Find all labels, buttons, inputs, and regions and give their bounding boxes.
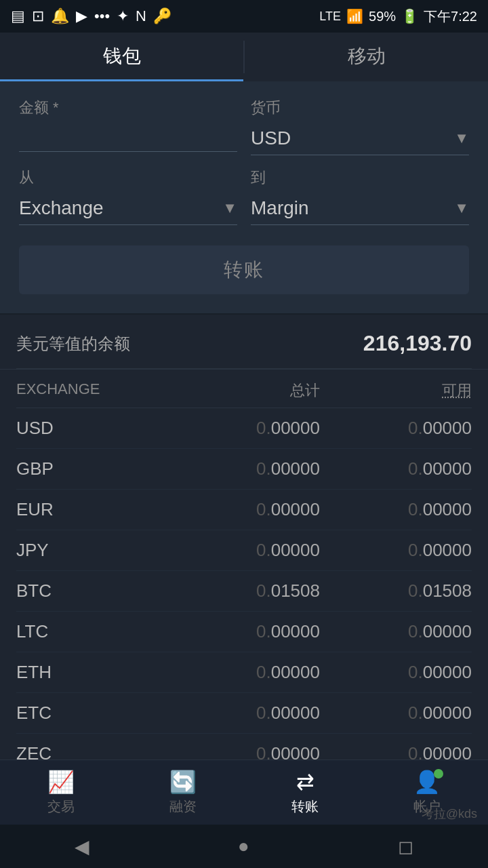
balance-row: 美元等值的余额 216,193.70	[16, 331, 472, 369]
table-row: BTC 0.01508 0.01508	[16, 571, 472, 612]
to-dropdown-arrow: ▼	[454, 199, 469, 217]
from-dropdown-arrow: ▼	[222, 199, 237, 217]
cell-avail: 0.00000	[320, 703, 472, 724]
online-indicator	[434, 769, 443, 778]
finance-icon: 🔄	[169, 769, 197, 795]
recents-button[interactable]: ◻	[398, 835, 413, 858]
tab-wallet[interactable]: 钱包	[0, 33, 243, 81]
cell-avail: 0.01508	[320, 580, 472, 601]
cell-name: ETH	[16, 662, 168, 683]
transfer-label: 转账	[291, 797, 319, 816]
battery-percent: 59%	[369, 9, 396, 24]
status-bar: ▤ ⊡ 🔔 ▶ ••• ✦ N 🔑 LTE 📶 59% 🔋 下午7:22	[0, 0, 488, 33]
account-icon-wrapper: 👤	[413, 769, 441, 795]
currency-dropdown-arrow: ▼	[454, 130, 469, 147]
lte-icon: LTE	[319, 9, 341, 24]
bluetooth-icon: ✦	[117, 7, 129, 25]
nfc-icon: N	[136, 7, 146, 25]
table-row: EUR 0.00000 0.00000	[16, 490, 472, 530]
currency-value: USD	[251, 122, 454, 155]
cell-name: ETC	[16, 703, 168, 724]
balance-value: 216,193.70	[363, 331, 472, 356]
amount-input[interactable]	[19, 122, 237, 152]
nav-transfer[interactable]: ⇄ 转账	[244, 769, 366, 816]
cell-avail: 0.00000	[320, 621, 472, 642]
cell-name: JPY	[16, 540, 168, 561]
to-label: 到	[251, 167, 469, 188]
cell-avail: 0.00000	[320, 458, 472, 479]
amount-label: 金额 *	[19, 98, 237, 118]
cell-total: 0.01508	[168, 580, 320, 601]
from-group: 从 Exchange ▼	[19, 167, 237, 225]
cell-name: USD	[16, 418, 168, 439]
cell-total: 0.00000	[168, 418, 320, 439]
notification-icon: 🔔	[51, 7, 69, 25]
amount-currency-row: 金额 * 货币 USD ▼	[19, 98, 469, 155]
send-icon: ▶	[76, 7, 87, 25]
to-value: Margin	[251, 192, 454, 224]
col-header-avail: 可用	[320, 380, 472, 401]
back-button[interactable]: ◀	[75, 835, 89, 858]
table-row: LTC 0.00000 0.00000	[16, 612, 472, 652]
to-group: 到 Margin ▼	[251, 167, 469, 225]
cell-avail: 0.00000	[320, 662, 472, 683]
signal-bars: 📶	[346, 8, 363, 24]
balance-label: 美元等值的余额	[16, 333, 130, 355]
cell-avail: 0.00000	[320, 540, 472, 561]
balance-section: 美元等值的余额 216,193.70	[0, 315, 488, 370]
cell-total: 0.00000	[168, 458, 320, 479]
trade-icon: 📈	[47, 769, 75, 795]
status-right: LTE 📶 59% 🔋 下午7:22	[319, 7, 477, 26]
home-button[interactable]: ●	[238, 835, 249, 857]
from-label: 从	[19, 167, 237, 188]
currency-group: 货币 USD ▼	[251, 98, 469, 155]
cell-total: 0.00000	[168, 662, 320, 683]
table-row: ETC 0.00000 0.00000	[16, 693, 472, 734]
cell-name: LTC	[16, 621, 168, 642]
col-header-total: 总计	[168, 380, 320, 401]
nav-account[interactable]: 👤 帐户	[366, 769, 488, 816]
android-nav: ◀ ● ◻	[0, 825, 488, 868]
status-icons: ▤ ⊡ 🔔 ▶ ••• ✦ N 🔑	[11, 7, 171, 25]
time-display: 下午7:22	[424, 7, 477, 26]
tab-move[interactable]: 移动	[245, 33, 488, 81]
currency-select[interactable]: USD ▼	[251, 122, 469, 155]
more-icon: •••	[94, 7, 110, 25]
from-to-row: 从 Exchange ▼ 到 Margin ▼	[19, 167, 469, 225]
main-tabs: 钱包 移动	[0, 33, 488, 81]
cell-name: EUR	[16, 499, 168, 520]
table-row: USD 0.00000 0.00000	[16, 408, 472, 449]
cell-name: BTC	[16, 580, 168, 601]
cell-avail: 0.00000	[320, 418, 472, 439]
col-header-name: EXCHANGE	[16, 380, 168, 401]
to-select[interactable]: Margin ▼	[251, 192, 469, 225]
from-value: Exchange	[19, 192, 222, 224]
bottom-nav: 📈 交易 🔄 融资 ⇄ 转账 👤 帐户	[0, 760, 488, 825]
nav-finance[interactable]: 🔄 融资	[122, 769, 244, 816]
battery-icon: 🔋	[401, 8, 418, 24]
finance-label: 融资	[169, 797, 197, 816]
cell-total: 0.00000	[168, 540, 320, 561]
transfer-icon: ⇄	[296, 769, 314, 795]
sim-icon: ▤	[11, 7, 25, 25]
from-select[interactable]: Exchange ▼	[19, 192, 237, 225]
transfer-form: 金额 * 货币 USD ▼ 从 Exchange ▼ 到 Margin ▼	[0, 81, 488, 315]
account-label: 帐户	[413, 797, 441, 816]
cell-total: 0.00000	[168, 621, 320, 642]
cell-total: 0.00000	[168, 703, 320, 724]
currency-label: 货币	[251, 98, 469, 118]
transfer-button[interactable]: 转账	[19, 245, 469, 294]
table-row: ETH 0.00000 0.00000	[16, 652, 472, 693]
cell-name: GBP	[16, 458, 168, 479]
cell-total: 0.00000	[168, 499, 320, 520]
table-row: GBP 0.00000 0.00000	[16, 449, 472, 490]
cell-avail: 0.00000	[320, 499, 472, 520]
amount-group: 金额 *	[19, 98, 237, 155]
key-icon: 🔑	[153, 7, 171, 25]
table-header: EXCHANGE 总计 可用	[16, 370, 472, 408]
table-row: JPY 0.00000 0.00000	[16, 530, 472, 571]
nav-trade[interactable]: 📈 交易	[0, 769, 122, 816]
app-icon-1: ⊡	[32, 7, 44, 25]
trade-label: 交易	[47, 797, 75, 816]
